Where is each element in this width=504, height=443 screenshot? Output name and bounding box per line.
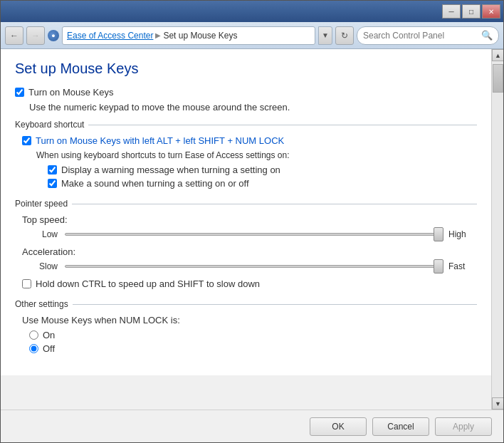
scrollbar-down-button[interactable]: ▼ [492,397,503,410]
on-radio-label: On [43,330,55,340]
search-bar: 🔍 [357,26,499,45]
keyboard-shortcut-label: Keyboard shortcut [15,120,88,130]
top-speed-slider-track [65,233,441,236]
forward-button[interactable]: → [26,26,45,45]
slow-label: Slow [29,261,58,271]
other-settings-label: Other settings [15,299,73,309]
page-title: Set up Mouse Keys [15,61,477,77]
breadcrumb-dropdown-button[interactable]: ▼ [318,26,332,45]
acceleration-slider-row: Slow Fast [29,261,477,271]
refresh-button[interactable]: ↻ [335,26,354,45]
warning-checkbox[interactable] [48,165,57,174]
pointer-speed-label-row: Pointer speed [15,199,477,209]
high-label: High [448,229,477,239]
scrollbar[interactable]: ▲ ▼ [491,49,503,410]
shortcut-label: Turn on Mouse Keys with left ALT + left … [36,135,284,146]
warning-label: Display a warning message when turning a… [61,165,280,175]
pointer-speed-label: Pointer speed [15,199,72,209]
when-using-label: When using keyboard shortcuts to turn Ea… [36,150,477,160]
off-radio-label: Off [43,343,55,354]
fast-label: Fast [448,261,477,271]
warning-row: Display a warning message when turning a… [48,165,477,175]
content-wrapper: Set up Mouse Keys Turn on Mouse Keys Use… [1,49,503,410]
acceleration-slider-thumb[interactable] [434,259,443,273]
top-speed-label: Top speed: [22,214,477,225]
num-lock-label: Use Mouse Keys when NUM LOCK is: [22,315,477,325]
other-settings-group: Other settings Use Mouse Keys when NUM L… [15,299,477,354]
mouse-keys-description: Use the numeric keypad to move the mouse… [29,102,477,113]
sound-checkbox[interactable] [48,179,57,188]
keyboard-shortcut-label-row: Keyboard shortcut [15,120,477,130]
main-content: Set up Mouse Keys Turn on Mouse Keys Use… [1,49,491,375]
cancel-button[interactable]: Cancel [372,417,429,436]
ok-button[interactable]: OK [310,417,367,436]
other-settings-line [73,304,477,305]
pointer-speed-line [72,204,477,204]
turn-on-row: Turn on Mouse Keys [15,87,477,98]
close-button[interactable]: ✕ [482,4,500,19]
keyboard-shortcut-line [88,125,477,125]
shortcut-checkbox[interactable] [22,136,31,145]
turn-on-section: Turn on Mouse Keys Use the numeric keypa… [15,87,477,113]
ctrl-label: Hold down CTRL to speed up and SHIFT to … [36,278,260,289]
title-bar: ─ □ ✕ [1,1,503,22]
on-radio-row: On [29,330,477,340]
keyboard-shortcut-group: Keyboard shortcut Turn on Mouse Keys wit… [15,120,477,189]
address-bar: ← → ● Ease of Access Center ▶ Set up Mou… [1,22,503,49]
top-speed-slider-row: Low High [29,229,477,239]
off-radio[interactable] [29,344,38,353]
breadcrumb-separator: ▶ [155,31,161,39]
keyboard-shortcut-content: Turn on Mouse Keys with left ALT + left … [22,135,477,189]
scrollbar-thumb[interactable] [493,64,503,93]
scrollbar-up-button[interactable]: ▲ [492,49,503,61]
turn-on-label: Turn on Mouse Keys [28,87,113,98]
title-bar-buttons: ─ □ ✕ [442,4,500,19]
ctrl-checkbox[interactable] [22,279,31,288]
other-settings-content: Use Mouse Keys when NUM LOCK is: On Off [22,315,477,354]
acceleration-label: Acceleration: [22,246,477,257]
sound-row: Make a sound when turning a setting on o… [48,178,477,189]
ctrl-row: Hold down CTRL to speed up and SHIFT to … [22,278,477,289]
search-input[interactable] [363,31,478,41]
apply-button[interactable]: Apply [435,417,492,436]
main-window: ─ □ ✕ ← → ● Ease of Access Center ▶ Set … [0,0,504,443]
top-speed-slider-thumb[interactable] [434,227,443,241]
when-using-section: When using keyboard shortcuts to turn Ea… [36,150,477,189]
footer: OK Cancel Apply [1,410,503,442]
maximize-button[interactable]: □ [462,4,481,19]
on-radio[interactable] [29,330,38,340]
breadcrumb-bar: Ease of Access Center ▶ Set up Mouse Key… [62,26,315,45]
scrollbar-track[interactable] [492,61,503,397]
pointer-speed-group: Pointer speed Top speed: Low High Accele [15,199,477,289]
back-button[interactable]: ← [5,26,23,45]
turn-on-checkbox[interactable] [15,88,24,97]
other-settings-label-row: Other settings [15,299,477,309]
breadcrumb-current: Set up Mouse Keys [163,31,237,41]
breadcrumb-icon: ● [48,30,59,41]
sound-label: Make a sound when turning a setting on o… [61,178,249,189]
breadcrumb-root[interactable]: Ease of Access Center [67,31,153,41]
search-icon: 🔍 [481,30,493,41]
acceleration-slider-track [65,265,441,268]
minimize-button[interactable]: ─ [442,4,461,19]
off-radio-row: Off [29,343,477,354]
shortcut-row: Turn on Mouse Keys with left ALT + left … [22,135,477,146]
low-label: Low [29,229,58,239]
scroll-area[interactable]: Set up Mouse Keys Turn on Mouse Keys Use… [1,49,491,410]
pointer-speed-content: Top speed: Low High Acceleration: Slow [22,214,477,289]
